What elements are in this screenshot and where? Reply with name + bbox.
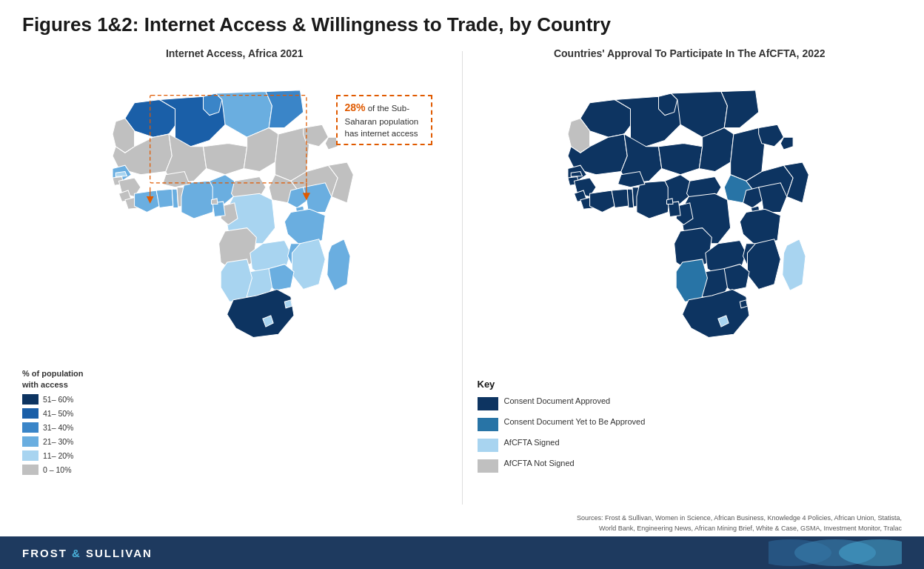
right-africa-map (470, 65, 910, 428)
legend-label-21-30: 21– 30% (43, 437, 73, 446)
legend-label-41-50: 41– 50% (43, 409, 73, 418)
footer-ampersand: & (72, 547, 81, 559)
legend-color-51-60 (22, 394, 38, 405)
footer-wave (769, 536, 902, 569)
key-color-not-signed (478, 459, 498, 473)
key-color-signed (478, 439, 498, 452)
key-label-not-signed: AfCFTA Not Signed (504, 458, 575, 468)
right-map-legend: Key Consent Document Approved Consent Do… (478, 379, 646, 479)
legend-color-0-10 (22, 465, 38, 475)
sources-text: Sources: Frost & Sullivan, Women in Scie… (577, 512, 917, 536)
key-color-approved (478, 397, 498, 410)
legend-color-11-20 (22, 450, 38, 461)
legend-label-31-40: 31– 40% (43, 423, 73, 432)
right-map-title: Countries' Approval To Participate In Th… (554, 47, 826, 59)
legend-color-21-30 (22, 436, 38, 447)
key-label-approved: Consent Document Approved (504, 396, 611, 406)
left-map-title: Internet Access, Africa 2021 (166, 47, 304, 59)
legend-title: % of populationwith access (22, 368, 83, 390)
key-label-signed: AfCFTA Signed (504, 437, 560, 447)
legend-color-31-40 (22, 422, 38, 433)
legend-color-41-50 (22, 408, 38, 419)
legend-label-11-20: 11– 20% (43, 451, 73, 460)
key-color-yet-approved (478, 418, 498, 431)
right-legend-title: Key (478, 379, 646, 390)
footer: FROST & SULLIVAN (0, 536, 924, 569)
key-label-yet-approved: Consent Document Yet to Be Approved (504, 416, 646, 427)
legend-label-51-60: 51– 60% (43, 395, 73, 404)
left-map-legend: % of populationwith access 51– 60% 41– 5… (22, 368, 83, 479)
legend-label-0-10: 0 – 10% (43, 465, 72, 474)
footer-logo: FROST & SULLIVAN (22, 547, 153, 559)
page-title: Figures 1&2: Internet Access & Willingne… (22, 13, 902, 36)
callout-box: 28% of the Sub-Saharan population has in… (336, 95, 432, 145)
callout-percent: 28% (345, 102, 366, 113)
